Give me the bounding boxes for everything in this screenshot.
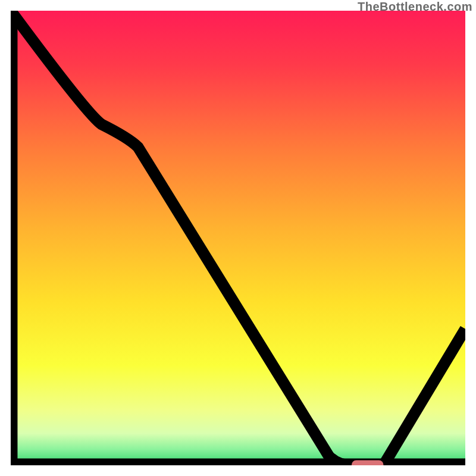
chart-svg [11,11,465,465]
bottleneck-curve [11,11,465,465]
plot-area [11,11,465,465]
optimal-range-marker [352,461,383,465]
chart-container: TheBottleneck.com [0,0,476,476]
